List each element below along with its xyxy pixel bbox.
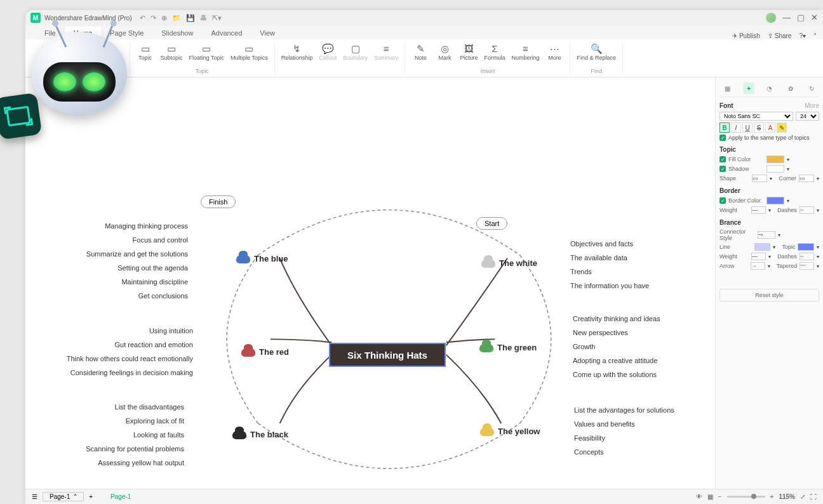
undo-icon[interactable]: ↶ — [140, 14, 145, 22]
leaf[interactable]: Objectives and facts — [570, 240, 633, 248]
sp-tab-tag-icon[interactable]: ◔ — [764, 83, 775, 94]
format-painter-button[interactable]: 🖌Format Painter — [83, 42, 126, 62]
border-dashes-select[interactable]: ┄ — [800, 206, 814, 214]
zoom-out-button[interactable]: − — [718, 493, 722, 500]
open-icon[interactable]: 📁 — [172, 14, 181, 22]
leaf[interactable]: Adopting a creative attitude — [573, 357, 657, 364]
help-icon[interactable]: ?▾ — [799, 32, 806, 39]
leaf[interactable]: Focus and control — [133, 236, 188, 244]
leaf[interactable]: Feasibility — [574, 434, 605, 442]
topic-yellow[interactable]: The yellow — [480, 427, 540, 436]
leaf[interactable]: Exploring lack of fit — [126, 417, 184, 425]
zoom-value[interactable]: 115% — [779, 493, 795, 500]
leaf[interactable]: Using intuition — [149, 327, 193, 335]
fill-check[interactable]: ✓ — [719, 156, 726, 162]
add-page-button[interactable]: + — [89, 493, 93, 500]
border-weight-select[interactable]: — — [751, 206, 766, 214]
tab-view[interactable]: View — [251, 27, 284, 39]
topic-button[interactable]: ▭Topic — [134, 42, 157, 62]
multiple-topics-button[interactable]: ▭Multiple Topics — [228, 42, 271, 62]
tab-slideshow[interactable]: Slideshow — [152, 27, 202, 39]
sp-tab-style-icon[interactable]: ✦ — [743, 83, 754, 94]
italic-button[interactable]: I — [731, 123, 741, 133]
sp-tab-history-icon[interactable]: ↻ — [806, 83, 817, 94]
leaf[interactable]: Think how others could react emotionally — [67, 355, 193, 362]
page-selector[interactable]: Page-1 ˄ — [43, 492, 84, 501]
publish-button[interactable]: ✈ Publish — [732, 32, 760, 39]
topic-white[interactable]: The white — [481, 258, 537, 268]
branch-topic-swatch[interactable] — [798, 243, 814, 251]
subtopic-button[interactable]: ▭Subtopic — [158, 42, 185, 62]
outline-icon[interactable]: ☰ — [32, 493, 37, 500]
share-button[interactable]: ⇪ Share — [768, 32, 792, 39]
summary-button[interactable]: ≡Summary — [371, 42, 401, 62]
picture-button[interactable]: 🖼Picture — [457, 42, 480, 62]
leaf[interactable]: New perspectives — [573, 329, 628, 336]
leaf[interactable]: Assessing yellow hat output — [98, 459, 184, 467]
close-icon[interactable]: ✕ — [811, 13, 818, 23]
leaf[interactable]: Maintaining discipline — [121, 278, 188, 286]
boundary-button[interactable]: ▢Boundary — [340, 42, 370, 62]
formula-button[interactable]: ΣFormula — [481, 42, 507, 62]
redo-icon[interactable]: ↷ — [151, 14, 156, 22]
central-topic[interactable]: Six Thinking Hats — [329, 343, 446, 367]
copy-button[interactable]: ⧉Copy — [58, 42, 81, 62]
tab-advanced[interactable]: Advanced — [202, 27, 251, 39]
note-button[interactable]: ✎Note — [409, 42, 432, 62]
topic-green[interactable]: The green — [479, 343, 537, 352]
leaf[interactable]: Trends — [570, 268, 592, 275]
topic-red[interactable]: The red — [241, 347, 289, 357]
fit-icon[interactable]: ⤢ — [800, 493, 805, 500]
callout-start[interactable]: Start — [476, 217, 507, 230]
corner-select[interactable]: ▭ — [799, 175, 814, 182]
branch-weight-select[interactable]: — — [751, 253, 766, 260]
branch-arrow-select[interactable]: → — [751, 262, 765, 270]
leaf[interactable]: List the disadvantages — [115, 403, 184, 411]
save-icon[interactable]: 💾 — [186, 14, 195, 22]
leaf[interactable]: Managing thinking process — [105, 222, 188, 230]
leaf[interactable]: Growth — [573, 343, 595, 350]
leaf[interactable]: Looking at faults — [133, 431, 184, 439]
topic-blue[interactable]: The blue — [236, 254, 288, 263]
page-tab[interactable]: Page-1 — [110, 493, 131, 500]
strike-button[interactable]: S — [754, 123, 764, 133]
callout-finish[interactable]: Finish — [201, 196, 236, 208]
tab-file[interactable]: File — [36, 27, 65, 39]
branch-tapered-select[interactable]: 〰 — [800, 262, 814, 270]
view-icon[interactable]: 👁 — [696, 493, 702, 500]
font-size-select[interactable]: 24 — [796, 112, 819, 121]
leaf[interactable]: Considering feelings in decision making — [70, 369, 193, 376]
leaf[interactable]: Get conclusions — [138, 292, 188, 300]
shadow-check[interactable]: ✓ — [719, 166, 726, 172]
mark-button[interactable]: ◎Mark — [433, 42, 456, 62]
highlight-button[interactable]: ✎ — [777, 123, 787, 133]
reset-style-button[interactable]: Reset style — [719, 289, 819, 302]
leaf[interactable]: The information you have — [570, 282, 649, 289]
collapse-ribbon-icon[interactable]: ˄ — [813, 32, 817, 39]
relationship-button[interactable]: ↯Relationship — [279, 42, 316, 62]
paste-button[interactable]: ✂Mi — [34, 42, 57, 62]
export-icon[interactable]: ⇱▾ — [212, 14, 222, 22]
topic-black[interactable]: The black — [232, 430, 288, 439]
underline-button[interactable]: U — [742, 123, 753, 133]
floating-topic-button[interactable]: ▭Floating Topic — [187, 42, 227, 62]
print-icon[interactable]: 🖶 — [200, 14, 207, 22]
leaf[interactable]: Scanning for potential problems — [86, 445, 184, 453]
fullscreen-icon[interactable]: ⛶ — [810, 493, 817, 500]
leaf[interactable]: Creativity thinking and ideas — [573, 315, 660, 322]
grid-icon[interactable]: ▦ — [707, 493, 713, 500]
user-avatar-icon[interactable] — [766, 13, 776, 23]
zoom-in-button[interactable]: + — [770, 493, 774, 500]
leaf[interactable]: Summarize and get the solutions — [86, 250, 188, 258]
border-color-swatch[interactable] — [766, 197, 784, 204]
sp-tab-icon-icon[interactable]: ✿ — [785, 83, 796, 94]
shape-select[interactable]: ▭ — [752, 175, 767, 182]
leaf[interactable]: The available data — [570, 254, 627, 262]
more-button[interactable]: ⋯More — [543, 42, 566, 62]
branch-dashes-select[interactable]: ┄ — [800, 253, 814, 260]
branch-line-swatch[interactable] — [754, 243, 771, 251]
leaf[interactable]: List the advantages for solutions — [574, 406, 674, 414]
apply-type-check[interactable]: ✓ — [719, 135, 726, 141]
fill-color-swatch[interactable] — [766, 156, 784, 163]
numbering-button[interactable]: ≡Numbering — [509, 42, 542, 62]
